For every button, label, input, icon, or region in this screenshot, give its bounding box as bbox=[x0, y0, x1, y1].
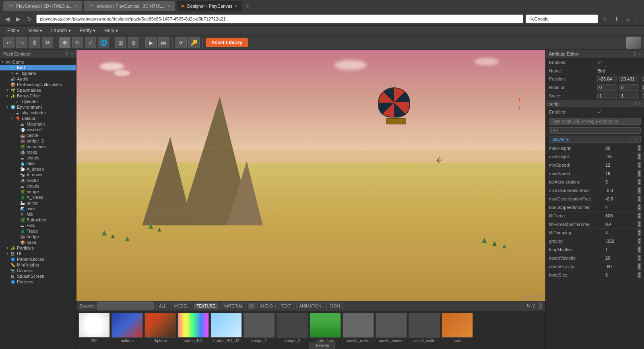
script-file-close-icon[interactable]: × bbox=[635, 137, 637, 142]
attr-row-stepper-13[interactable]: ▲▼ bbox=[638, 255, 641, 261]
tree-item-33[interactable]: ▾✨Particles bbox=[0, 245, 76, 251]
stepper-down-8[interactable]: ▼ bbox=[638, 216, 641, 219]
asset-item-balloon[interactable]: balloon bbox=[111, 313, 143, 343]
stepper-down-9[interactable]: ▼ bbox=[638, 224, 641, 227]
duplicate-button[interactable]: ⧉ bbox=[42, 37, 53, 48]
attr-row-stepper-15[interactable]: ▲▼ bbox=[638, 272, 641, 278]
tree-item-13[interactable]: 🏰castle bbox=[0, 132, 76, 138]
translate-button[interactable]: ✥ bbox=[59, 37, 70, 48]
tree-item-18[interactable]: 💧lake bbox=[0, 161, 76, 166]
asset-item-castle_walls[interactable]: castle_walls bbox=[408, 313, 440, 343]
tree-item-21[interactable]: 🚜tractor bbox=[0, 178, 76, 183]
attr-row-stepper-11[interactable]: ▲▼ bbox=[638, 238, 641, 244]
stepper-down-0[interactable]: ▼ bbox=[638, 148, 641, 151]
tab3-close[interactable]: × bbox=[235, 4, 237, 8]
attr-scale-x[interactable] bbox=[597, 93, 617, 99]
attr-row-stepper-12[interactable]: ▲▼ bbox=[638, 246, 641, 253]
attr-position-x[interactable] bbox=[597, 76, 617, 82]
tree-item-17[interactable]: ☁clouds bbox=[0, 155, 76, 161]
browser-tab-3[interactable]: ▶ Designer - PlayCanvas × bbox=[177, 1, 242, 11]
tree-item-27[interactable]: ⚙Mill bbox=[0, 211, 76, 217]
asset-scroll-handle[interactable] bbox=[539, 303, 542, 309]
tree-item-1[interactable]: ▾🐦Bird bbox=[0, 65, 76, 70]
attr-rotation-x[interactable] bbox=[597, 84, 617, 91]
grid-button[interactable]: ⊞ bbox=[115, 37, 126, 48]
scale-button[interactable]: ⤢ bbox=[85, 37, 96, 48]
attr-position-y[interactable] bbox=[619, 76, 639, 82]
bookmark-button[interactable]: ☆ bbox=[601, 15, 610, 23]
script-url-input[interactable] bbox=[549, 127, 641, 134]
delete-button[interactable]: 🗑 bbox=[29, 37, 40, 48]
attr-row-stepper-10[interactable]: ▲▼ bbox=[638, 229, 641, 236]
attr-row-stepper-14[interactable]: ▲▼ bbox=[638, 263, 641, 270]
tree-item-14[interactable]: 🌉bridge_2 bbox=[0, 138, 76, 144]
asset-item-castle_towers[interactable]: castle_towers bbox=[375, 313, 407, 343]
search-bar[interactable]: 🔍 Google bbox=[526, 14, 598, 23]
tree-item-30[interactable]: 🌲Trees bbox=[0, 228, 76, 234]
attr-position-z[interactable] bbox=[641, 76, 644, 82]
new-tab-button[interactable]: + bbox=[244, 2, 252, 10]
attr-row-stepper-0[interactable]: ▲▼ bbox=[638, 145, 641, 151]
camera-button[interactable]: ✈ bbox=[175, 37, 187, 48]
filter-animation[interactable]: ANIMATION bbox=[296, 303, 324, 309]
browser-tab[interactable]: 🎮 PlayCanvas | 3D HTML5 &... × bbox=[3, 1, 82, 11]
tree-item-5[interactable]: ▾🌱Spawnables bbox=[0, 87, 76, 93]
step-button[interactable]: ⏭ bbox=[158, 37, 169, 48]
stepper-down-2[interactable]: ▼ bbox=[638, 165, 641, 168]
redo-button[interactable]: ↪ bbox=[16, 37, 27, 48]
asset-item-cow[interactable]: cow bbox=[441, 313, 473, 343]
attr-rotation-z[interactable] bbox=[641, 84, 644, 91]
tree-item-10[interactable]: ▾🎈Balloon bbox=[0, 116, 76, 121]
stepper-down-3[interactable]: ▼ bbox=[638, 173, 641, 177]
pack-explorer-collapse[interactable]: « bbox=[70, 52, 73, 56]
home-button[interactable]: ⌂ bbox=[623, 15, 631, 23]
tree-item-2[interactable]: ▾✈biplane bbox=[0, 70, 76, 76]
attr-row-stepper-1[interactable]: ▲▼ bbox=[638, 153, 641, 160]
tree-item-7[interactable]: ○Cylinder bbox=[0, 99, 76, 104]
attr-collapse[interactable]: « bbox=[638, 52, 641, 56]
stepper-down-10[interactable]: ▼ bbox=[638, 233, 641, 236]
attr-row-stepper-7[interactable]: ▲▼ bbox=[638, 204, 641, 211]
address-input[interactable] bbox=[36, 14, 523, 23]
filter-model[interactable]: MODEL bbox=[171, 303, 192, 309]
key-button[interactable]: 🔑 bbox=[188, 37, 200, 48]
browser-tab-2[interactable]: 🎮 swooop | PlayCanvas | 3D HTML... × bbox=[84, 1, 175, 11]
filter-audio[interactable]: AUDIO bbox=[257, 303, 276, 309]
stepper-down-6[interactable]: ▼ bbox=[638, 199, 641, 202]
menu-edit[interactable]: Edit ▾ bbox=[3, 27, 23, 34]
tree-item-16[interactable]: 🪨rocks bbox=[0, 149, 76, 155]
tree-item-6[interactable]: ▾✨BonusEffect bbox=[0, 93, 76, 99]
tree-item-31[interactable]: 🌉bridge bbox=[0, 234, 76, 240]
filter-texture[interactable]: TEXTURE bbox=[194, 303, 218, 309]
downloads-button[interactable]: ⬇ bbox=[612, 15, 621, 23]
attr-rotation-y[interactable] bbox=[619, 84, 639, 91]
tree-item-4[interactable]: 📦PreExistingCollectibles bbox=[0, 82, 76, 87]
stepper-down-4[interactable]: ▼ bbox=[638, 182, 641, 185]
stepper-down-5[interactable]: ▼ bbox=[638, 190, 641, 194]
asset-item-282[interactable]: 282 bbox=[78, 313, 110, 343]
tree-item-36[interactable]: 📏MinHeights bbox=[0, 262, 76, 268]
tree-item-15[interactable]: 🌿bulrushes bbox=[0, 144, 76, 149]
tab1-close[interactable]: × bbox=[75, 4, 77, 8]
script-file[interactable]: player.js ↑↓ × bbox=[549, 136, 641, 143]
stepper-down-11[interactable]: ▼ bbox=[638, 241, 641, 244]
filter-json[interactable]: JSON bbox=[326, 303, 343, 309]
menu-view[interactable]: View ▾ bbox=[24, 27, 46, 34]
attr-row-stepper-9[interactable]: ▲▼ bbox=[638, 221, 641, 227]
tree-item-37[interactable]: 📷Camera bbox=[0, 268, 76, 273]
script-help-icon[interactable]: ? bbox=[634, 101, 636, 106]
tree-item-29[interactable]: ⛰Hills bbox=[0, 223, 76, 228]
asset-item-bridge_1[interactable]: bridge_1 bbox=[243, 313, 275, 343]
rotate-button[interactable]: ↻ bbox=[72, 37, 83, 48]
tree-item-35[interactable]: 🔷PatternBlocks bbox=[0, 256, 76, 262]
attr-row-stepper-3[interactable]: ▲▼ bbox=[638, 170, 641, 177]
tree-item-28[interactable]: 🌿Bulrushes bbox=[0, 217, 76, 223]
attr-scale-y[interactable] bbox=[619, 93, 639, 99]
undo-button[interactable]: ↩ bbox=[3, 37, 14, 48]
attr-scale-z[interactable] bbox=[641, 93, 644, 99]
stepper-down-13[interactable]: ▼ bbox=[638, 258, 641, 261]
asset-item-bonus_BG[interactable]: bonus_BG bbox=[177, 313, 209, 343]
tree-item-20[interactable]: 🐄A_cows bbox=[0, 172, 76, 178]
asset-search-input[interactable] bbox=[97, 302, 154, 310]
asset-item-Biplane[interactable]: Biplane bbox=[144, 313, 176, 343]
